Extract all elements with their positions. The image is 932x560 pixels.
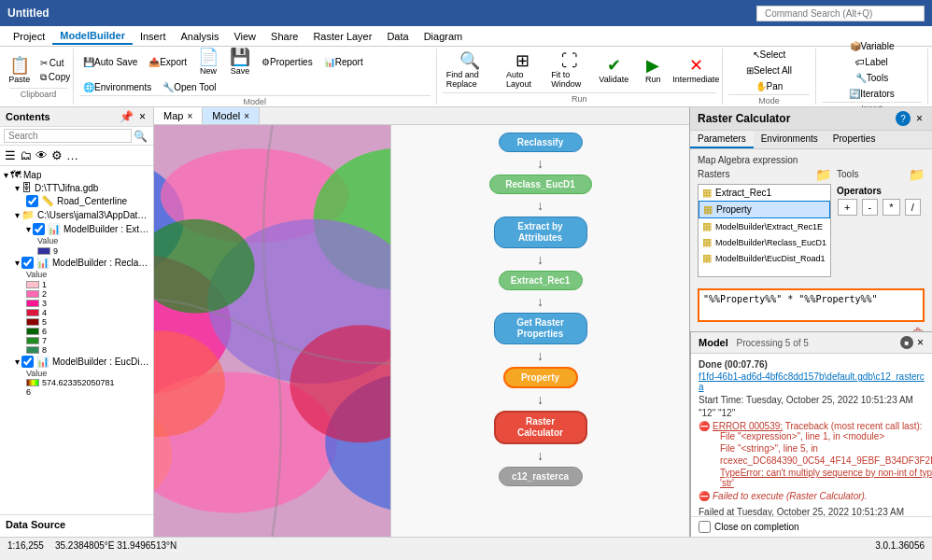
save-button[interactable]: 💾 Save bbox=[226, 47, 254, 77]
get-raster-props-node[interactable]: Get Raster Properties bbox=[494, 313, 587, 344]
log-done: Done (00:07.76) bbox=[699, 359, 925, 370]
log-path[interactable]: f1fd-46b1-ad6d-4bf6c8dd157b\default.gdb\… bbox=[699, 371, 925, 392]
contents-pin-button[interactable]: 📌 bbox=[118, 110, 135, 123]
tab-environments[interactable]: Environments bbox=[754, 131, 826, 148]
new-button[interactable]: 📄 New bbox=[194, 47, 222, 77]
tree-toggle-map[interactable]: ▾ bbox=[4, 170, 8, 180]
tree-toggle-appdata[interactable]: ▾ bbox=[15, 210, 20, 220]
rasters-folder-icon: 📁 bbox=[815, 167, 831, 182]
list-by-visibility-button[interactable]: 👁 bbox=[35, 147, 49, 163]
more-options-button[interactable]: … bbox=[65, 147, 79, 163]
error1-code[interactable]: ERROR 000539: bbox=[713, 421, 783, 431]
menu-project[interactable]: Project bbox=[6, 29, 52, 44]
validate-button[interactable]: ✔ Validate bbox=[597, 55, 630, 86]
export-button[interactable]: 📤 Export bbox=[145, 56, 191, 68]
legend-item-2: 2 bbox=[0, 289, 153, 299]
raster-mb-extract[interactable]: ▦ ModelBuilder\Extract_Rec1E bbox=[699, 218, 830, 234]
auto-save-button[interactable]: 💾 Auto Save bbox=[79, 56, 141, 68]
map-tab[interactable]: Map × bbox=[154, 107, 203, 124]
c12-rasterca-node[interactable]: c12_rasterca bbox=[499, 467, 583, 486]
tree-item-jifna[interactable]: ▾ 🗄 D:\TT\Jifna.gdb bbox=[0, 181, 153, 194]
map-area[interactable] bbox=[154, 125, 390, 537]
select-all-icon: ⊞ bbox=[746, 65, 754, 76]
command-search-input[interactable] bbox=[756, 6, 925, 21]
tree-item-map[interactable]: ▾ 🗺 Map bbox=[0, 168, 153, 181]
map-tab-close[interactable]: × bbox=[187, 111, 192, 121]
intermediate-button[interactable]: ✕ Intermediate bbox=[675, 55, 716, 86]
reclass-checkbox[interactable] bbox=[21, 257, 34, 269]
contents-search-input[interactable] bbox=[4, 129, 132, 143]
variable-button[interactable]: 📦 Variable bbox=[846, 40, 898, 52]
menu-modelbuilder[interactable]: ModelBuilder bbox=[52, 28, 133, 45]
label-button[interactable]: 🏷 Label bbox=[852, 56, 891, 68]
ribbon-model-group: 💾 Auto Save 📤 Export 📄 New 💾 Save ⚙ bbox=[74, 49, 437, 105]
close-on-completion-checkbox[interactable] bbox=[699, 521, 711, 533]
raster-mb-reclass[interactable]: ▦ ModelBuilder\Reclass_EucD1 bbox=[699, 234, 830, 250]
operator-minus[interactable]: - bbox=[862, 199, 879, 216]
select-button[interactable]: ↖ Select bbox=[749, 49, 790, 61]
road-checkbox[interactable] bbox=[26, 195, 38, 207]
pan-button[interactable]: ✋ Pan bbox=[752, 80, 787, 92]
tree-item-extract[interactable]: ▾ 📊 ModelBuilder : Extract_Rec bbox=[0, 222, 153, 236]
run-button[interactable]: ▶ Run bbox=[636, 55, 670, 86]
select-all-button[interactable]: ⊞ Select All bbox=[742, 64, 796, 77]
environments-button[interactable]: 🌐 Environments bbox=[79, 81, 155, 93]
tree-item-road[interactable]: 📏 Road_Centerline bbox=[0, 194, 153, 208]
eucdist-checkbox[interactable] bbox=[21, 356, 34, 368]
rc-close-button[interactable]: × bbox=[914, 111, 925, 126]
tree-item-eucdist[interactable]: ▾ 📊 ModelBuilder : EucDist_Roa bbox=[0, 355, 153, 369]
menu-view[interactable]: View bbox=[226, 29, 263, 44]
log-stop-button[interactable]: ■ bbox=[900, 336, 913, 349]
raster-property[interactable]: ▦ Property bbox=[699, 201, 830, 218]
model-tab[interactable]: Model × bbox=[203, 107, 260, 124]
raster-mb-eucdist[interactable]: ▦ ModelBuilder\EucDist_Road1 bbox=[699, 250, 830, 266]
menu-share[interactable]: Share bbox=[263, 29, 305, 44]
tools-button[interactable]: 🔧 Tools bbox=[852, 72, 892, 84]
search-button[interactable]: 🔍 bbox=[132, 130, 149, 143]
model-tab-close[interactable]: × bbox=[244, 111, 249, 121]
cut-button[interactable]: ✂ Cut bbox=[36, 57, 74, 69]
extract-checkbox[interactable] bbox=[33, 223, 45, 235]
property-node[interactable]: Property bbox=[503, 367, 578, 388]
properties-button[interactable]: ⚙ Properties bbox=[258, 56, 317, 68]
menu-data[interactable]: Data bbox=[379, 29, 416, 44]
list-by-drawing-order-button[interactable]: ☰ bbox=[4, 147, 17, 163]
fit-to-window-button[interactable]: ⛶ Fit to Window bbox=[547, 50, 591, 91]
reclassify-node[interactable]: Reclassify bbox=[499, 133, 583, 152]
legend-label-7: 7 bbox=[42, 336, 47, 345]
operator-multiply[interactable]: * bbox=[883, 199, 899, 216]
rc-help-button[interactable]: ? bbox=[896, 111, 911, 126]
contents-close-button[interactable]: × bbox=[137, 110, 148, 123]
list-by-source-button[interactable]: 🗂 bbox=[19, 147, 33, 163]
paste-button[interactable]: 📋 Paste bbox=[3, 55, 36, 86]
copy-button[interactable]: ⧉ Copy bbox=[36, 71, 74, 84]
tree-toggle-extract[interactable]: ▾ bbox=[26, 224, 31, 234]
raster-calculator-node[interactable]: Raster Calculator bbox=[494, 411, 587, 444]
extract-attributes-node[interactable]: Extract by Attributes bbox=[494, 217, 587, 248]
tree-toggle-jifna[interactable]: ▾ bbox=[15, 183, 20, 193]
tree-item-reclass[interactable]: ▾ 📊 ModelBuilder : Reclass_Euc bbox=[0, 256, 153, 270]
tree-toggle-reclass[interactable]: ▾ bbox=[15, 258, 20, 268]
tab-properties[interactable]: Properties bbox=[826, 131, 883, 148]
menu-insert[interactable]: Insert bbox=[133, 29, 174, 44]
filter-button[interactable]: ⚙ bbox=[50, 147, 64, 163]
menu-raster-layer[interactable]: Raster Layer bbox=[305, 29, 379, 44]
tree-item-appdata[interactable]: ▾ 📁 C:\Users\jamal3\AppData\Lc bbox=[0, 208, 153, 222]
open-tool-button[interactable]: 🔧 Open Tool bbox=[159, 81, 219, 93]
extract-rec1-node[interactable]: Extract_Rec1 bbox=[499, 271, 583, 290]
auto-layout-button[interactable]: ⊞ Auto Layout bbox=[502, 50, 542, 91]
report-button[interactable]: 📊 Report bbox=[320, 56, 367, 68]
reclass-eucd1-node[interactable]: Reclass_EucD1 bbox=[489, 175, 592, 194]
iterators-button[interactable]: 🔄 Iterators bbox=[845, 88, 898, 100]
log-close-button[interactable]: × bbox=[915, 336, 925, 349]
menu-diagram[interactable]: Diagram bbox=[417, 29, 471, 44]
operator-divide[interactable]: / bbox=[905, 199, 921, 216]
tab-parameters[interactable]: Parameters bbox=[690, 131, 754, 148]
expression-area[interactable]: "%%Property%%" * "%%Property%%" bbox=[698, 288, 925, 322]
menu-analysis[interactable]: Analysis bbox=[173, 29, 226, 44]
raster-extract-rec1[interactable]: ▦ Extract_Rec1 bbox=[699, 185, 830, 201]
tree-toggle-eucdist[interactable]: ▾ bbox=[15, 357, 20, 367]
find-replace-icon: 🔍 bbox=[459, 52, 480, 69]
operator-plus[interactable]: + bbox=[838, 199, 856, 216]
find-replace-button[interactable]: 🔍 Find and Replace bbox=[443, 50, 497, 91]
